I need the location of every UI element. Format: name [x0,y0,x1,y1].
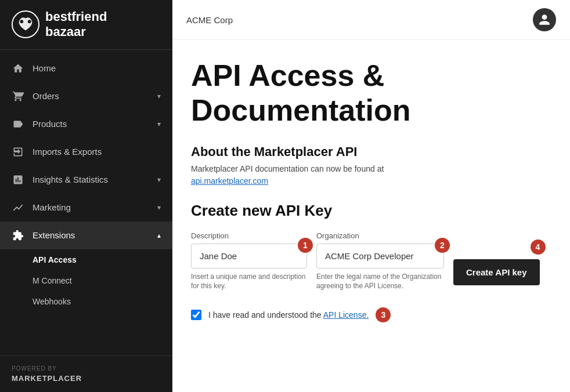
organization-hint: Enter the legal name of the Organization… [316,272,444,292]
sidebar-item-marketing[interactable]: Marketing ▾ [0,194,172,222]
sidebar-item-extensions[interactable]: Extensions ▴ [0,222,172,249]
sidebar-subitem-api-access-label: API Access [33,255,77,264]
organization-label: Organization [316,231,444,240]
api-docs-link[interactable]: api.marketplacer.com [191,176,268,186]
sidebar-item-extensions-label: Extensions [33,230,157,240]
create-api-key-button[interactable]: Create API key [453,259,540,285]
topbar-title: ACME Corp [186,15,233,25]
page-content: API Access & Documentation About the Mar… [172,40,570,392]
chevron-up-icon: ▴ [157,231,161,239]
sidebar-item-imports-exports[interactable]: Imports & Exports [0,138,172,166]
sidebar-item-orders[interactable]: Orders ▾ [0,82,172,110]
step-badge-2: 2 [435,238,450,253]
marketing-icon [12,202,24,213]
page-title: API Access & Documentation [191,59,551,128]
extensions-icon [12,230,24,241]
step-badge-3: 3 [376,307,391,322]
user-avatar[interactable] [533,8,556,31]
description-field-group: Description 1 Insert a unique name and d… [191,231,307,292]
svg-point-1 [20,20,23,24]
license-label: I have read and understood the API Licen… [208,310,369,320]
user-icon [538,13,551,26]
about-section-description: Marketplacer API documentation can now b… [191,164,551,173]
sidebar-item-insights-label: Insights & Statistics [33,175,157,184]
sidebar-subitem-webhooks-label: Webhooks [33,297,71,306]
sidebar-item-home[interactable]: Home [0,55,172,82]
sidebar-item-products-label: Products [33,119,157,129]
sidebar-subitem-api-access[interactable]: API Access [0,249,172,270]
sidebar-footer: POWERED BY MARKETPLACER [0,355,172,392]
description-label: Description [191,231,307,240]
step-badge-4: 4 [531,239,546,255]
sidebar-item-orders-label: Orders [33,91,157,101]
sidebar-item-insights[interactable]: Insights & Statistics ▾ [0,166,172,194]
sidebar-subitem-webhooks[interactable]: Webhooks [0,291,172,312]
topbar: ACME Corp [172,0,570,40]
description-hint: Insert a unique name and description for… [191,272,307,292]
sidebar-item-marketing-label: Marketing [33,202,157,212]
chevron-down-icon: ▾ [157,120,161,128]
sidebar-subitem-m-connect-label: M Connect [33,276,72,285]
orders-icon [12,90,24,102]
sidebar-item-home-label: Home [33,63,161,73]
powered-by-label: POWERED BY [12,365,161,372]
home-icon [12,63,24,74]
imports-icon [12,146,24,158]
step-badge-1: 1 [298,238,313,253]
sidebar-item-imports-label: Imports & Exports [33,147,161,157]
license-checkbox-row: I have read and understood the API Licen… [191,307,391,322]
sidebar-logo: bestfriendbazaar [0,0,172,50]
sidebar-nav: Home Orders ▾ Products ▾ Imports & Expor… [0,50,172,355]
main-content: ACME Corp API Access & Documentation Abo… [172,0,570,392]
logo-icon [12,10,39,38]
organization-input[interactable] [316,244,444,268]
create-api-key-title: Create new API Key [191,202,551,220]
sidebar: bestfriendbazaar Home Orders ▾ Products … [0,0,172,392]
svg-point-2 [28,20,31,24]
sidebar-subitem-m-connect[interactable]: M Connect [0,270,172,291]
products-icon [12,118,24,130]
chevron-down-icon: ▾ [157,176,161,184]
insights-icon [12,174,24,186]
organization-field-group: Organization 2 Enter the legal name of t… [316,231,444,292]
chevron-down-icon: ▾ [157,204,161,212]
marketplacer-brand: MARKETPLACER [12,374,161,383]
sidebar-item-products[interactable]: Products ▾ [0,110,172,138]
api-license-checkbox[interactable] [191,310,201,320]
api-license-link[interactable]: API License. [323,310,369,320]
logo-text: bestfriendbazaar [45,9,107,40]
about-section-title: About the Marketplacer API [191,144,551,159]
description-input[interactable] [191,244,307,268]
create-api-key-form-row: Description 1 Insert a unique name and d… [191,231,551,292]
chevron-down-icon: ▾ [157,92,161,100]
